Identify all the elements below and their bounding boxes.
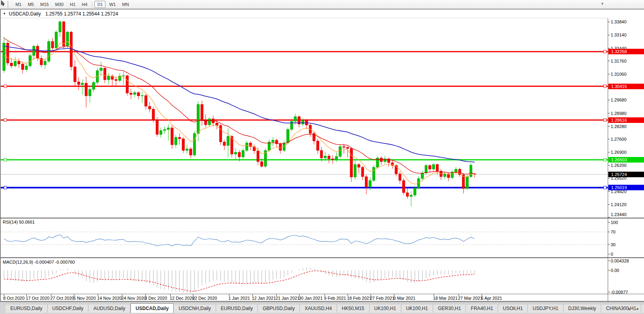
rsi-axis-tick: 0 — [611, 252, 613, 257]
hline-1.28616[interactable] — [1, 119, 608, 121]
hline-handle[interactable] — [604, 85, 606, 88]
symbol-tab-UK100-H1[interactable]: UK100,H1 — [401, 304, 433, 313]
candles-layer[interactable] — [3, 20, 476, 206]
price-axis-tick: 1.28980 — [611, 111, 627, 116]
macd-axis-tick: 0.00 — [611, 268, 619, 273]
time-axis-label: 1 Jan 2021 — [228, 296, 250, 301]
hline-1.25019[interactable] — [1, 186, 608, 189]
symbol-tab-USDCNH-Daily[interactable]: USDCNH,Daily — [174, 304, 216, 313]
tabs-scroll-left-icon[interactable]: ◄ — [627, 307, 633, 311]
price-axis-tick: 1.27600 — [611, 137, 627, 142]
price-axis-tick: 1.33140 — [611, 33, 627, 37]
symbol-tab-GER30-H1[interactable]: GER30,H1 — [433, 304, 466, 313]
time-axis-label: 9 Mar 2021 — [393, 296, 416, 301]
pane-splitter-rsi[interactable] — [0, 218, 644, 218]
time-axis-label: 30 Jan 2021 — [299, 296, 323, 301]
time-axis-label: 27 Feb 2021 — [370, 296, 395, 301]
symbol-tab-EURUSD-Daily[interactable]: EURUSD,Daily — [216, 304, 258, 313]
time-axis-label: 27 Oct 2020 — [50, 296, 74, 301]
symbol-tab-USDCAD-Daily[interactable]: USDCAD,Daily — [130, 303, 174, 313]
hline-handle[interactable] — [604, 50, 606, 53]
time-axis-label: 12 Jan 2021 — [252, 296, 276, 301]
hline-handle[interactable] — [604, 186, 606, 189]
symbol-tab-UK100-H1[interactable]: UK100,H1 — [370, 304, 401, 313]
hline-handle[interactable] — [604, 119, 606, 121]
hline-1.32258[interactable] — [1, 50, 608, 53]
time-axis-label: 3 Dec 2020 — [145, 296, 167, 301]
symbol-tab-XAUUSD-H4[interactable]: XAUUSD,H4 — [300, 304, 337, 313]
hline-handle[interactable] — [604, 158, 606, 161]
time-axis-label: 6 Apr 2021 — [481, 296, 502, 301]
price-axis-tick: 1.26200 — [611, 163, 627, 168]
symbol-tab-GBPUSD-Daily[interactable]: GBPUSD,Daily — [258, 304, 300, 313]
price-axis-tick: 1.31060 — [611, 72, 627, 77]
price-tag-1.25019: 1.25019 — [608, 185, 644, 190]
rsi-line — [4, 235, 475, 246]
price-tag-1.32258: 1.32258 — [608, 49, 644, 54]
hline-1.26503[interactable] — [1, 158, 608, 161]
macd-label: MACD(12,26,9) -0.000407 -0.000760 — [3, 260, 75, 264]
hline-1.30415[interactable] — [1, 85, 608, 88]
time-axis-label: 27 Mar 2021 — [458, 296, 483, 301]
time-axis-label: 21 Jan 2021 — [276, 296, 300, 301]
trading-terminal: ▼ M1M5M15M30H1H4D1W1MN ▼ ▼ USDCAD,Daily … — [0, 0, 644, 314]
price-axis-tick: 1.26900 — [611, 150, 627, 155]
time-axis-label: 17 Oct 2020 — [26, 296, 50, 301]
symbol-tab-USDJPY-H1[interactable]: USDJPY,H1 — [528, 304, 563, 313]
current-price-tag: 1.25724 — [608, 172, 644, 177]
rsi-axis-tick: 30 — [611, 242, 615, 247]
time-axis-label: 5 Nov 2020 — [73, 296, 96, 301]
time-axis-label: 18 Feb 2021 — [347, 296, 372, 301]
symbol-tab-USDCHF-Daily[interactable]: USDCHF,Daily — [48, 304, 89, 313]
symbol-tab-EURUSD-Daily[interactable]: EURUSD,Daily — [6, 304, 48, 313]
symbol-tabbar: EURUSD,DailyUSDCHF,DailyAUDUSD,DailyUSDC… — [0, 302, 644, 314]
price-axis-tick: 1.33840 — [611, 19, 627, 24]
rsi-axis-tick: 100 — [611, 220, 618, 225]
time-axis-label: 22 Dec 2020 — [192, 296, 217, 301]
price-axis-tick: 1.31760 — [611, 59, 627, 63]
time-axis-label: 9 Feb 2021 — [324, 296, 346, 301]
time-axis-label: 24 Nov 2020 — [121, 296, 146, 301]
symbol-tab-FRA40-H1[interactable]: FRA40,H1 — [466, 304, 498, 313]
hline-handle[interactable] — [4, 186, 7, 189]
ma-fast-line — [4, 41, 475, 184]
symbol-tab-AUDUSD-Daily[interactable]: AUDUSD,Daily — [88, 304, 130, 313]
time-axis-label: 12 Dec 2020 — [170, 296, 194, 301]
price-axis-tick: 1.29680 — [611, 98, 627, 102]
time-axis-label: 14 Nov 2020 — [97, 296, 122, 301]
time-axis-label: 18 Mar 2021 — [433, 296, 458, 301]
hline-handle[interactable] — [4, 85, 7, 88]
price-chart-canvas[interactable] — [0, 0, 644, 314]
price-axis-tick: 1.24120 — [611, 202, 627, 207]
time-axis-label: 8 Oct 2020 — [3, 296, 25, 301]
rsi-axis-tick: 70 — [611, 230, 615, 234]
symbol-tab-DJ30-Weekly[interactable]: DJ30,Weekly — [564, 304, 601, 313]
macd-axis-tick: 0.004328 — [611, 258, 629, 263]
price-axis-tick: 1.23440 — [611, 212, 627, 217]
hline-handle[interactable] — [4, 158, 7, 161]
macd-histogram — [4, 267, 475, 293]
price-tag-1.30415: 1.30415 — [608, 84, 644, 89]
tabs-scroll-right-icon[interactable]: ► — [636, 307, 642, 311]
price-axis-tick: 1.28280 — [611, 124, 627, 129]
hline-handle[interactable] — [4, 119, 7, 121]
time-axis-divider — [0, 294, 644, 294]
pane-splitter-macd[interactable] — [0, 257, 644, 258]
price-tag-1.28616: 1.28616 — [608, 117, 644, 123]
symbol-tab-HK50-M15[interactable]: HK50,M15 — [337, 304, 370, 313]
price-tag-1.26503: 1.26503 — [608, 157, 644, 163]
symbol-tab-USOil-H1[interactable]: USOil,H1 — [498, 304, 528, 313]
rsi-label: RSI(14) 50.0661 — [3, 220, 35, 224]
